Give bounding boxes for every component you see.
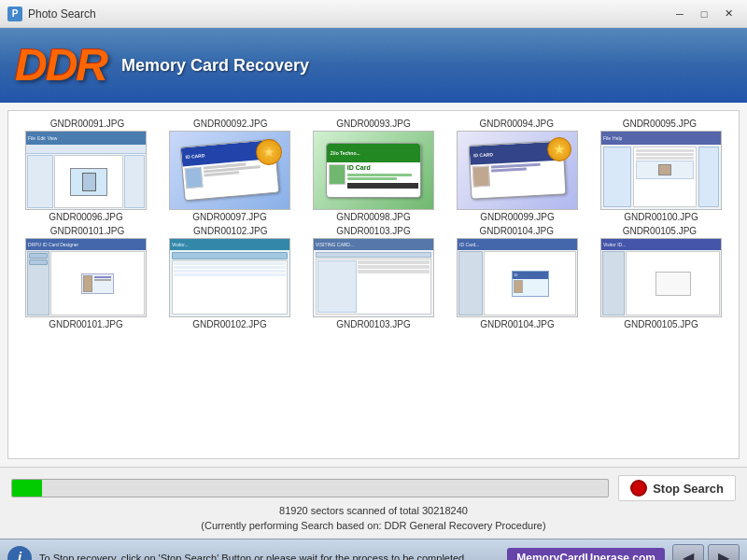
header: DDR Memory Card Recovery — [0, 28, 747, 103]
thumb-96[interactable]: File Edit View — [25, 131, 147, 210]
label-93: GNDR00093.JPG — [302, 119, 444, 129]
title-bar-text: Photo Search — [28, 7, 96, 21]
stop-icon-inner — [635, 484, 642, 492]
app-icon: P — [7, 7, 22, 21]
logo: DDR — [15, 43, 106, 88]
label-102: GNDR00102.JPG — [192, 319, 266, 329]
thumb-cell-101[interactable]: DRPU ID Card Designer — [16, 238, 156, 329]
stop-search-button[interactable]: Stop Search — [618, 475, 736, 501]
title-bar: P Photo Search ─ □ ✕ — [0, 0, 747, 28]
thumb-cell-102[interactable]: Visitor... GNDR00102 — [160, 238, 300, 329]
progress-row: Stop Search — [11, 475, 736, 501]
status-message: To Stop recovery, click on 'Stop Search'… — [39, 553, 500, 561]
status-bar: i To Stop recovery, click on 'Stop Searc… — [0, 539, 747, 560]
top-labels-row1: GNDR00091.JPG GNDR00092.JPG GNDR00093.JP… — [16, 119, 731, 129]
close-button[interactable]: ✕ — [717, 5, 740, 23]
title-bar-left: P Photo Search — [7, 7, 96, 21]
label-98: GNDR00098.JPG — [336, 212, 410, 222]
title-bar-controls: ─ □ ✕ — [669, 5, 740, 23]
label-105: GNDR00105.JPG — [624, 319, 698, 329]
label-103: GNDR00103.JPG — [336, 319, 410, 329]
progress-bar-fill — [12, 480, 42, 497]
prev-button[interactable]: ◀ — [672, 544, 704, 561]
thumb-cell-105[interactable]: Visitor ID... GNDR00105.JPG — [591, 238, 731, 329]
top-labels-row2: GNDR00101.JPG GNDR00102.JPG GNDR00103.JP… — [16, 226, 731, 236]
label-94: GNDR00094.JPG — [445, 119, 588, 129]
label-104: GNDR00104.JPG — [480, 319, 554, 329]
minimize-button[interactable]: ─ — [669, 5, 691, 23]
label-95: GNDR00095.JPG — [588, 119, 731, 129]
thumb-cell-97[interactable]: ID CARD — [160, 131, 300, 222]
label-102-top: GNDR00102.JPG — [159, 226, 302, 236]
thumb-cell-100[interactable]: File Help — [591, 131, 731, 222]
maximize-button[interactable]: □ — [693, 5, 715, 23]
label-104-top: GNDR00104.JPG — [445, 226, 588, 236]
label-103-top: GNDR00103.JPG — [302, 226, 444, 236]
progress-bar-container — [11, 479, 609, 497]
thumb-cell-104[interactable]: ID Card... ID — [447, 238, 587, 329]
nav-buttons: ◀ ▶ — [672, 544, 740, 561]
label-99: GNDR00099.JPG — [480, 212, 554, 222]
brand-badge: MemoryCardUnerase.com — [507, 548, 665, 561]
thumb-cell-103[interactable]: VISITING CARD... — [303, 238, 444, 329]
header-text: Memory Card Recovery — [121, 56, 309, 76]
label-92: GNDR00092.JPG — [159, 119, 302, 129]
label-96: GNDR00096.JPG — [49, 212, 122, 222]
label-97: GNDR00097.JPG — [192, 212, 266, 222]
search-procedure-text: (Currently performing Search based on: D… — [11, 520, 736, 531]
thumb-cell-99[interactable]: ID CARD — [447, 131, 587, 222]
stop-icon — [630, 480, 647, 497]
thumb-row-1: File Edit View — [16, 131, 731, 222]
label-105-top: GNDR00105.JPG — [588, 226, 731, 236]
grid-container[interactable]: GNDR00091.JPG GNDR00092.JPG GNDR00093.JP… — [7, 110, 740, 459]
label-101-top: GNDR00101.JPG — [16, 226, 159, 236]
label-100: GNDR00100.JPG — [624, 212, 698, 222]
label-91: GNDR00091.JPG — [16, 119, 159, 129]
info-icon: i — [7, 546, 32, 561]
sectors-text: 81920 sectors scanned of total 30218240 — [11, 505, 736, 516]
progress-area: Stop Search 81920 sectors scanned of tot… — [0, 467, 747, 539]
main-content: GNDR00091.JPG GNDR00092.JPG GNDR00093.JP… — [0, 103, 747, 467]
label-101: GNDR00101.JPG — [49, 319, 122, 329]
next-button[interactable]: ▶ — [708, 544, 740, 561]
stop-label: Stop Search — [653, 482, 724, 496]
thumb-cell-98[interactable]: Zilo Techno... ID Card — [303, 131, 444, 222]
thumb-row-2: DRPU ID Card Designer — [16, 238, 731, 329]
app-subtitle: Memory Card Recovery — [121, 56, 309, 76]
thumb-cell-96[interactable]: File Edit View — [16, 131, 156, 222]
